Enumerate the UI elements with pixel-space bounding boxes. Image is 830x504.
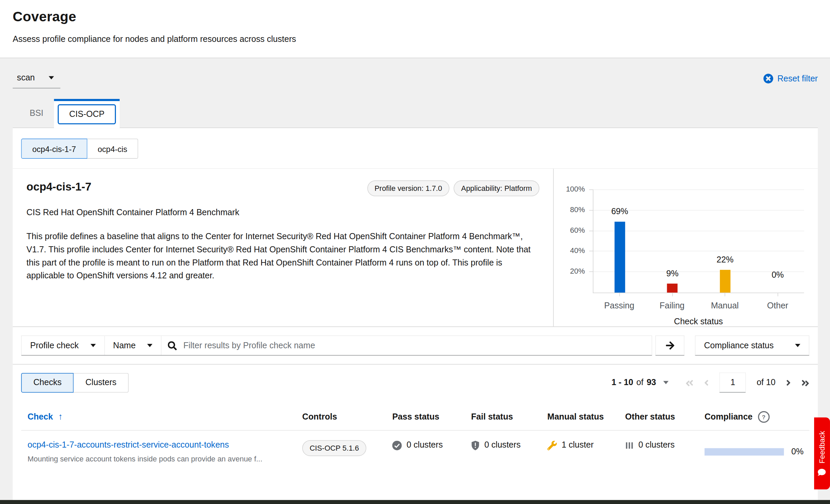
- chart-ytick-label: 40%: [570, 246, 585, 255]
- profile-applicability-label: Applicability: Platform: [454, 180, 539, 196]
- shield-exclamation-icon: [471, 441, 480, 450]
- screen-bottom-strip: [0, 500, 830, 504]
- check-cell: ocp4-cis-1-7-accounts-restrict-service-a…: [21, 440, 296, 463]
- entity-select-label: Profile check: [30, 341, 78, 350]
- chart-bar-slot: 69%: [593, 190, 646, 293]
- times-circle-icon: [763, 74, 773, 84]
- compliance-cell: 0%: [698, 440, 809, 463]
- profile-toggle-row: ocp4-cis-1-7 ocp4-cis: [13, 128, 818, 168]
- question-circle-icon[interactable]: ?: [758, 411, 769, 423]
- tab-cis-ocp-label: CIS-OCP: [57, 104, 116, 125]
- view-toggle-checks[interactable]: Checks: [21, 373, 74, 392]
- scan-scope-dropdown[interactable]: scan: [13, 69, 60, 89]
- next-page-button[interactable]: [786, 378, 791, 387]
- angle-double-right-icon: [801, 378, 809, 387]
- chart-ytick-label: 20%: [570, 267, 585, 275]
- reset-filter-button[interactable]: Reset filter: [763, 74, 818, 84]
- search-input-wrapper: [162, 336, 652, 355]
- search-filter-group: Profile check Name: [21, 335, 652, 356]
- arrow-right-icon: [665, 341, 675, 350]
- filter-toolbar: Profile check Name Compl: [13, 326, 818, 364]
- chevron-down-icon: [147, 344, 153, 347]
- chart-category-label: Other: [751, 293, 804, 311]
- pagination-range-dropdown[interactable]: 1 - 10 of 93: [608, 377, 672, 388]
- reset-filter-label: Reset filter: [777, 74, 818, 83]
- profile-description: This profile defines a baseline that ali…: [26, 230, 539, 282]
- profile-toggle-ocp4-cis[interactable]: ocp4-cis: [87, 138, 139, 159]
- tab-bsi[interactable]: BSI: [19, 100, 54, 127]
- current-page-input[interactable]: [719, 373, 746, 393]
- column-header-pass-status: Pass status: [386, 411, 465, 423]
- pagination: 1 - 10 of 93 of 10: [608, 373, 809, 393]
- checks-table: Check ↑ Controls Pass status Fail status…: [21, 401, 809, 474]
- pagination-range: 1 - 10: [612, 378, 633, 387]
- previous-page-button[interactable]: [704, 378, 709, 387]
- attribute-select-label: Name: [113, 341, 136, 350]
- angle-double-left-icon: [686, 378, 693, 387]
- profile-details-text: ocp4-cis-1-7 Profile version: 1.7.0 Appl…: [13, 169, 553, 327]
- feedback-button[interactable]: Feedback: [814, 418, 830, 489]
- scope-filter-row: scan Reset filter: [13, 69, 818, 89]
- profile-details-section: ocp4-cis-1-7 Profile version: 1.7.0 Appl…: [13, 168, 818, 326]
- other-status-cell: 0 clusters: [619, 440, 698, 463]
- coverage-page: Coverage Assess profile compliance for n…: [0, 0, 830, 504]
- feedback-label: Feedback: [818, 431, 826, 463]
- chart-bar-value-label: 69%: [611, 207, 628, 217]
- chevron-down-icon: [90, 344, 96, 347]
- chart-bar-value-label: 22%: [716, 255, 733, 264]
- search-input[interactable]: [182, 340, 645, 351]
- chart-ytick-label: 100%: [566, 185, 585, 193]
- profile-benchmark: CIS Red Hat OpenShift Container Platform…: [26, 208, 539, 218]
- manual-status-cell: 1 cluster: [541, 440, 619, 463]
- attribute-select-dropdown[interactable]: Name: [104, 336, 162, 355]
- profile-toggle-ocp4-cis-1-7[interactable]: ocp4-cis-1-7: [21, 138, 87, 159]
- view-toggle-clusters[interactable]: Clusters: [74, 373, 128, 392]
- chart-bar-passing: [614, 222, 625, 293]
- compliance-status-dropdown[interactable]: Compliance status: [695, 335, 809, 356]
- search-icon: [168, 341, 177, 350]
- chart-category-label: Failing: [645, 293, 698, 311]
- chart-bar-slot: 22%: [699, 190, 752, 293]
- first-page-button[interactable]: [686, 378, 693, 387]
- pagination-nav: of 10: [686, 373, 809, 393]
- check-link[interactable]: ocp4-cis-1-7-accounts-restrict-service-a…: [21, 440, 229, 450]
- last-page-button[interactable]: [801, 378, 809, 387]
- chevron-down-icon: [795, 344, 801, 347]
- chart-ytick-label: 60%: [570, 226, 585, 234]
- column-header-check[interactable]: Check ↑: [21, 411, 296, 423]
- profile-type-tabs: BSI CIS-OCP: [13, 99, 818, 128]
- page-body: scan Reset filter BSI CIS-OCP ocp4-cis-1…: [0, 58, 830, 501]
- compliance-progress-bar: [705, 448, 784, 455]
- check-description: Mounting service account tokens inside p…: [21, 454, 296, 463]
- angle-right-icon: [786, 378, 791, 387]
- compliance-percentage: 0%: [791, 447, 804, 456]
- page-subtitle: Assess profile compliance for nodes and …: [13, 34, 817, 44]
- coverage-card: ocp4-cis-1-7 ocp4-cis ocp4-cis-1-7 Profi…: [13, 127, 818, 501]
- chart-bar-manual: [720, 270, 730, 293]
- list-controls-row: Checks Clusters 1 - 10 of 93: [13, 364, 818, 401]
- sort-ascending-icon: ↑: [58, 412, 63, 422]
- column-header-compliance: Compliance ?: [698, 411, 809, 423]
- entity-select-dropdown[interactable]: Profile check: [22, 336, 104, 355]
- check-status-chart-plot: 20%40%60%80%100%69%9%22%0%: [593, 190, 804, 293]
- tab-cis-ocp[interactable]: CIS-OCP: [54, 99, 120, 128]
- angle-left-icon: [704, 378, 709, 387]
- chart-category-label: Passing: [593, 293, 645, 311]
- check-status-chart-xlabel: Check status: [593, 317, 804, 326]
- scan-scope-label: scan: [17, 73, 35, 82]
- compliance-status-label: Compliance status: [704, 341, 774, 350]
- column-header-manual-status: Manual status: [541, 411, 619, 423]
- column-header-controls: Controls: [296, 411, 386, 423]
- chevron-down-icon: [49, 76, 54, 79]
- apply-filter-button[interactable]: [655, 335, 684, 356]
- page-header: Coverage Assess profile compliance for n…: [0, 0, 830, 58]
- status-bars-icon: [625, 441, 634, 450]
- fail-status-cell: 0 clusters: [465, 440, 541, 463]
- check-status-chart-categories: PassingFailingManualOther: [593, 293, 804, 311]
- page-title: Coverage: [13, 8, 817, 25]
- profile-name: ocp4-cis-1-7: [26, 180, 91, 193]
- profile-toggle-group: ocp4-cis-1-7 ocp4-cis: [21, 138, 139, 159]
- pass-status-cell: 0 clusters: [386, 440, 465, 463]
- table-header-row: Check ↑ Controls Pass status Fail status…: [21, 401, 809, 431]
- profile-version-label: Profile version: 1.7.0: [367, 180, 449, 196]
